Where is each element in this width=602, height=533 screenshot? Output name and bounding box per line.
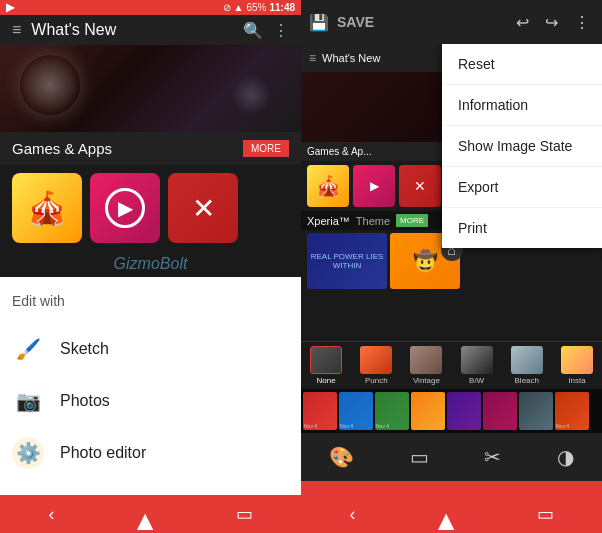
hero-image <box>0 45 301 132</box>
games-apps-section: Games & Apps MORE <box>0 132 301 165</box>
dropdown-menu: Reset Information Show Image State Expor… <box>442 44 602 248</box>
thumbnail-7[interactable] <box>519 392 553 430</box>
more-button[interactable]: MORE <box>243 140 289 157</box>
bottom-nav-right: ‹ ▲ ▭ <box>301 481 602 533</box>
screenshot-games-text: Games & Ap... <box>307 146 371 157</box>
no-signal-icon: ⊘ <box>223 2 231 13</box>
filter-label-bleach: Bleach <box>515 376 539 385</box>
thumbnail-3[interactable]: Nov 4 <box>375 392 409 430</box>
thumbnail-2[interactable]: Nov 4 <box>339 392 373 430</box>
photo-editor-icon: ⚙️ <box>12 437 44 469</box>
hamburger-icon[interactable]: ≡ <box>12 21 21 39</box>
thumbnail-5[interactable] <box>447 392 481 430</box>
photo-editor-label: Photo editor <box>60 444 146 462</box>
screenshot-app-icon-2: ▶ <box>353 165 395 207</box>
overflow-menu-button[interactable]: ⋮ <box>570 9 594 36</box>
section-title: Games & Apps <box>12 140 112 157</box>
redo-button[interactable]: ↪ <box>541 9 562 36</box>
status-bar-left: ▶ ⊘ ▲ 65% 11:48 <box>0 0 301 15</box>
edit-with-title: Edit with <box>12 293 289 309</box>
screenshot-image-1: REAL POWER LIES WITHIN <box>307 233 387 289</box>
edit-item-sketch[interactable]: 🖌️ Sketch <box>12 323 289 375</box>
filter-label-bw: B/W <box>469 376 484 385</box>
thumbnail-1[interactable]: Nov 4 <box>303 392 337 430</box>
back-button[interactable]: ‹ <box>28 496 74 533</box>
thumbnail-strip: Nov 4 Nov 4 Nov 4 Nov 4 <box>301 389 602 433</box>
theme-text: Theme <box>356 215 390 227</box>
trim-tool[interactable]: ✂ <box>476 437 509 477</box>
right-panel: 💾 SAVE ↩ ↪ ⋮ ≡ What's New Games & Ap... … <box>301 0 602 533</box>
thumb-date-1: Nov 4 <box>304 423 317 429</box>
thumbnail-4[interactable] <box>411 392 445 430</box>
photos-icon: 📷 <box>12 385 44 417</box>
screenshot-app-icon-1: 🎪 <box>307 165 349 207</box>
overflow-icon[interactable]: ⋮ <box>273 21 289 40</box>
filter-none[interactable]: None <box>301 342 351 389</box>
thumbnail-6[interactable] <box>483 392 517 430</box>
filter-punch[interactable]: Punch <box>351 342 401 389</box>
sketch-label: Sketch <box>60 340 109 358</box>
editor-content: ≡ What's New Games & Ap... 🎪 ▶ ✕ GizmoBo… <box>301 44 602 341</box>
editor-toolbar: 🎨 ▭ ✂ ◑ <box>301 433 602 481</box>
xperia-text: Xperia™ <box>307 215 350 227</box>
watermark: GizmoBolt <box>0 251 301 277</box>
dropdown-item-reset[interactable]: Reset <box>442 44 602 85</box>
screenshot-more-btn: MORE <box>396 214 428 227</box>
filter-label-vintage: Vintage <box>413 376 440 385</box>
edit-item-photoeditor[interactable]: ⚙️ Photo editor <box>12 427 289 479</box>
recents-button-right[interactable]: ▭ <box>517 495 574 533</box>
dropdown-item-show-image-state[interactable]: Show Image State <box>442 126 602 167</box>
home-button-right[interactable]: ▲ <box>432 505 460 533</box>
thumb-date-8: Nov 4 <box>556 423 569 429</box>
screenshot-app-icon-3: ✕ <box>399 165 441 207</box>
edit-item-photos[interactable]: 📷 Photos <box>12 375 289 427</box>
clock: 11:48 <box>269 2 295 13</box>
thumbnail-8[interactable]: Nov 4 <box>555 392 589 430</box>
edit-with-section: Edit with 🖌️ Sketch 📷 Photos ⚙️ Photo ed… <box>0 277 301 495</box>
filter-label-punch: Punch <box>365 376 388 385</box>
crop-tool[interactable]: ▭ <box>402 437 437 477</box>
battery-indicator: 65% <box>246 2 266 13</box>
filter-bw[interactable]: B/W <box>452 342 502 389</box>
filter-thumb-vintage <box>410 346 442 374</box>
filter-thumb-punch <box>360 346 392 374</box>
left-panel: ▶ ⊘ ▲ 65% 11:48 ≡ What's New 🔍 ⋮ Games &… <box>0 0 301 533</box>
filter-strip: None Punch Vintage B/W Bleach Insta <box>301 341 602 389</box>
filter-insta[interactable]: Insta <box>552 342 602 389</box>
dropdown-item-print[interactable]: Print <box>442 208 602 248</box>
wifi-icon: ▲ <box>234 2 244 13</box>
dropdown-item-information[interactable]: Information <box>442 85 602 126</box>
filter-thumb-none <box>310 346 342 374</box>
app-icon-arrow[interactable]: ▶ <box>90 173 160 243</box>
dropdown-item-export[interactable]: Export <box>442 167 602 208</box>
app-icon-left: ▶ <box>6 1 14 14</box>
top-bar-right: 💾 SAVE ↩ ↪ ⋮ <box>301 0 602 44</box>
filter-thumb-bleach <box>511 346 543 374</box>
save-label[interactable]: SAVE <box>337 14 504 30</box>
home-button[interactable]: ▲ <box>131 505 159 533</box>
filter-label-none: None <box>317 376 336 385</box>
save-icon: 💾 <box>309 13 329 32</box>
search-icon[interactable]: 🔍 <box>243 21 263 40</box>
sketch-icon: 🖌️ <box>12 333 44 365</box>
filter-vintage[interactable]: Vintage <box>401 342 451 389</box>
bottom-nav-left: ‹ ▲ ▭ <box>0 495 301 533</box>
filter-label-insta: Insta <box>568 376 585 385</box>
screenshot-hamburger-icon: ≡ <box>309 51 316 65</box>
color-tool[interactable]: 🎨 <box>321 437 362 477</box>
back-button-right[interactable]: ‹ <box>329 496 375 533</box>
filter-thumb-bw <box>461 346 493 374</box>
filter-bleach[interactable]: Bleach <box>502 342 552 389</box>
adjust-tool[interactable]: ◑ <box>549 437 582 477</box>
thumb-date-2: Nov 4 <box>340 423 353 429</box>
app-icon-cross[interactable]: ✕ <box>168 173 238 243</box>
thumb-date-3: Nov 4 <box>376 423 389 429</box>
undo-button[interactable]: ↩ <box>512 9 533 36</box>
recents-button[interactable]: ▭ <box>216 495 273 533</box>
photos-label: Photos <box>60 392 110 410</box>
app-icon-cartoon[interactable]: 🎪 <box>12 173 82 243</box>
top-bar-title: What's New <box>31 21 233 39</box>
top-bar-left: ≡ What's New 🔍 ⋮ <box>0 15 301 45</box>
app-icons-row: 🎪 ▶ ✕ <box>0 165 301 251</box>
filter-thumb-insta <box>561 346 593 374</box>
